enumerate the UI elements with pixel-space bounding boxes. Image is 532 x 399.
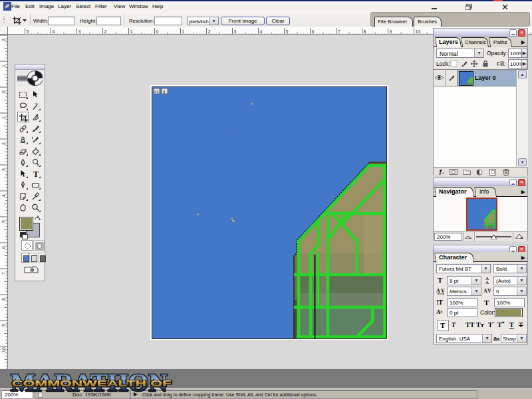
svg-text:2: 2 (104, 29, 107, 34)
svg-text:4: 4 (260, 29, 263, 34)
svg-text:2: 2 (1, 39, 6, 41)
svg-text:0: 0 (156, 29, 159, 34)
svg-text:2: 2 (208, 29, 211, 34)
svg-text:7: 7 (338, 29, 340, 34)
svg-text:6: 6 (1, 246, 6, 249)
svg-text:V: V (441, 288, 445, 294)
svg-text:3: 3 (234, 29, 237, 34)
svg-text:8: 8 (1, 298, 6, 301)
svg-text:COMMONWEALTH OF: COMMONWEALTH OF (12, 379, 172, 388)
svg-text:4: 4 (53, 29, 55, 34)
svg-text:T: T (33, 170, 39, 178)
svg-text:1: 1 (1, 116, 6, 119)
svg-text:5: 5 (1, 220, 6, 223)
svg-text:9: 9 (390, 29, 392, 34)
svg-text:9: 9 (1, 324, 6, 327)
svg-text:A: A (485, 280, 489, 284)
svg-text:A: A (436, 288, 440, 294)
svg-text:4: 4 (1, 194, 6, 197)
svg-text:8: 8 (364, 29, 366, 34)
svg-text:1: 1 (130, 29, 133, 34)
svg-text:V: V (487, 288, 491, 294)
svg-text:1: 1 (1, 65, 6, 67)
svg-text:2: 2 (1, 142, 6, 145)
svg-text:0: 0 (1, 90, 6, 93)
svg-text:3: 3 (1, 168, 6, 171)
svg-text:1: 1 (182, 29, 185, 34)
svg-text:7: 7 (1, 272, 6, 275)
svg-text:10: 10 (416, 29, 421, 34)
svg-text:5: 5 (27, 29, 29, 34)
svg-text:3: 3 (78, 29, 81, 34)
svg-text:5: 5 (286, 29, 289, 34)
svg-text:01: 01 (154, 90, 159, 94)
svg-text:6: 6 (312, 29, 315, 34)
svg-text:▮: ▮ (163, 90, 165, 94)
